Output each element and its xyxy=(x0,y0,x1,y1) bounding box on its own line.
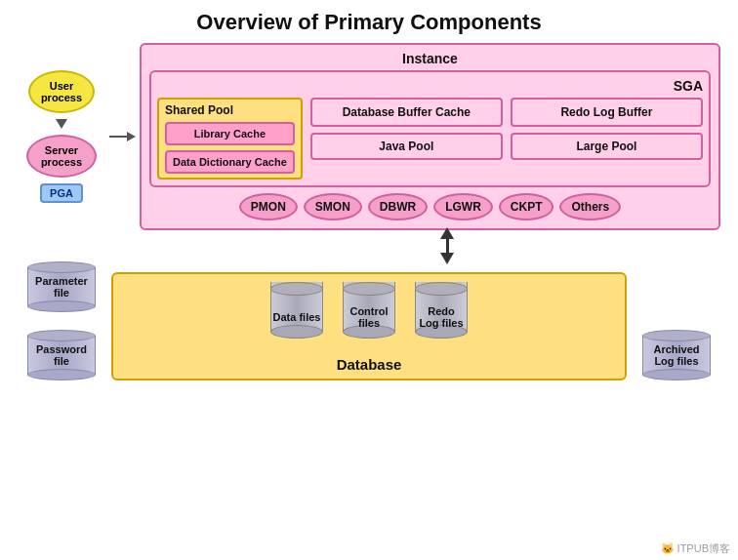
archived-log-files-cylinder: Archived Log files xyxy=(637,330,716,380)
sga-content: Shared Pool Library Cache Data Dictionar… xyxy=(157,98,703,180)
data-dictionary-cache-box: Data Dictionary Cache xyxy=(165,150,295,174)
lgwr-oval: LGWR xyxy=(433,193,493,220)
arrow-down-icon xyxy=(56,119,67,129)
left-file-cylinders: Parameter file Password file xyxy=(18,261,105,380)
server-process: Server process xyxy=(26,135,97,178)
data-files-cylinder: Data files xyxy=(266,282,328,352)
diagram-area: User process Server process PGA Instance… xyxy=(18,43,720,380)
sga-right-top: Database Buffer Cache Redo Log Buffer xyxy=(310,98,703,127)
instance-label: Instance xyxy=(149,51,711,66)
top-section: User process Server process PGA Instance… xyxy=(18,43,720,230)
library-cache-box: Library Cache xyxy=(165,122,295,145)
sga-right-bottom: Java Pool Large Pool xyxy=(310,133,703,160)
arrow-right-icon xyxy=(109,132,136,141)
page-title: Overview of Primary Components xyxy=(196,10,541,35)
smon-oval: SMON xyxy=(304,193,362,220)
watermark: 🐱 ITPUB博客 xyxy=(661,541,730,556)
parameter-file-cylinder: Parameter file xyxy=(22,261,101,312)
database-label: Database xyxy=(337,356,402,373)
control-files-cylinder: Control files xyxy=(338,282,400,352)
bidirectional-arrow-icon xyxy=(440,227,454,264)
instance-box: Instance SGA Shared Pool Library Cache D… xyxy=(140,43,720,230)
left-processes: User process Server process PGA xyxy=(18,70,105,203)
bottom-section: Parameter file Password file xyxy=(18,261,720,380)
redo-log-files-cylinder: Redo Log files xyxy=(410,282,472,352)
sga-right: Database Buffer Cache Redo Log Buffer Ja… xyxy=(310,98,703,180)
java-pool-box: Java Pool xyxy=(310,133,503,160)
dbwr-oval: DBWR xyxy=(368,193,428,220)
shared-pool-box: Shared Pool Library Cache Data Dictionar… xyxy=(157,98,303,180)
redo-log-buffer-box: Redo Log Buffer xyxy=(511,98,703,127)
password-file-cylinder: Password file xyxy=(22,330,101,380)
vertical-arrow-section xyxy=(440,230,454,261)
pmon-oval: PMON xyxy=(239,193,298,220)
database-buffer-cache-box: Database Buffer Cache xyxy=(310,98,503,127)
large-pool-box: Large Pool xyxy=(511,133,703,160)
database-box: Data files Control files xyxy=(111,272,627,380)
ckpt-oval: CKPT xyxy=(499,193,554,220)
user-process: User process xyxy=(28,70,95,113)
pga-badge: PGA xyxy=(40,183,83,203)
sga-label: SGA xyxy=(157,78,703,94)
right-file-cylinders: Archived Log files xyxy=(633,330,720,380)
shared-pool-label: Shared Pool xyxy=(165,103,295,117)
sga-box: SGA Shared Pool Library Cache Data Dicti… xyxy=(149,70,711,187)
bg-processes: PMON SMON DBWR LGWR CKPT Others xyxy=(157,193,703,220)
database-files-row: Data files Control files xyxy=(266,282,472,352)
others-oval: Others xyxy=(559,193,621,220)
